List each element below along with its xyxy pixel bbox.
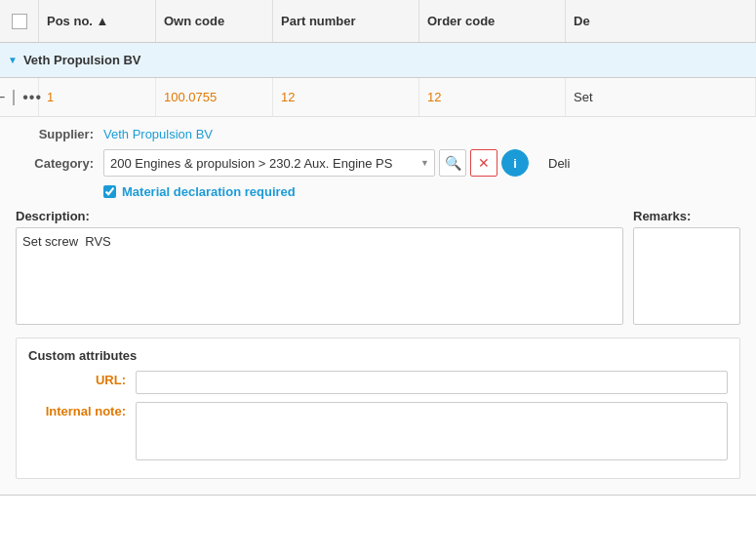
material-declaration-checkbox[interactable] (103, 185, 116, 198)
supplier-row: Supplier: Veth Propulsion BV (16, 127, 740, 141)
table-header: Pos no. ▲ Own code Part number Order cod… (0, 0, 756, 43)
supplier-label: Supplier: (16, 127, 94, 141)
row-pos: 1 (39, 78, 156, 116)
header-part: Part number (273, 0, 419, 42)
row-controls: − ••• (0, 78, 39, 116)
supplier-link[interactable]: Veth Propulsion BV (103, 127, 213, 141)
main-container: Pos no. ▲ Own code Part number Order cod… (0, 0, 756, 496)
description-section: Description: (16, 209, 623, 328)
header-checkbox[interactable] (12, 14, 27, 29)
detail-panel: Supplier: Veth Propulsion BV Category: 2… (0, 117, 756, 496)
remarks-title: Remarks: (633, 209, 740, 223)
row-set: Set (566, 78, 756, 116)
row-checkbox[interactable] (13, 90, 15, 105)
material-declaration-label[interactable]: Material declaration required (122, 184, 296, 199)
group-name: Veth Propulsion BV (23, 53, 141, 67)
collapse-icon[interactable]: ▼ (8, 55, 18, 65)
category-select[interactable]: 200 Engines & propulsion > 230.2 Aux. En… (103, 149, 435, 177)
remarks-section: Remarks: (633, 209, 740, 328)
category-info-button[interactable]: i (501, 149, 529, 177)
internal-note-textarea[interactable] (136, 402, 728, 460)
table-row: − ••• 1 100.0755 12 12 Set (0, 78, 756, 117)
internal-note-row: Internal note: (28, 402, 728, 460)
url-label: URL: (28, 371, 126, 387)
header-de: De (566, 0, 756, 42)
row-order: 12 (419, 78, 566, 116)
header-checkbox-col (0, 0, 39, 42)
category-select-wrapper: 200 Engines & propulsion > 230.2 Aux. En… (103, 149, 435, 177)
info-icon: i (513, 156, 517, 171)
category-clear-button[interactable]: ✕ (470, 149, 497, 177)
url-row: URL: (28, 371, 728, 394)
category-label: Category: (16, 156, 94, 171)
collapse-row-button[interactable]: − (0, 89, 9, 106)
remarks-textarea[interactable] (633, 227, 740, 325)
header-pos: Pos no. ▲ (39, 0, 156, 42)
custom-attributes-panel: Custom attributes URL: Internal note: (16, 338, 740, 479)
custom-attributes-title: Custom attributes (28, 348, 728, 363)
category-search-button[interactable]: 🔍 (439, 149, 466, 177)
search-icon: 🔍 (445, 155, 461, 171)
category-row: Category: 200 Engines & propulsion > 230… (16, 149, 740, 177)
description-textarea[interactable] (16, 227, 623, 325)
group-header: ▼ Veth Propulsion BV (0, 43, 756, 78)
internal-note-label: Internal note: (28, 402, 126, 418)
row-own: 100.0755 (156, 78, 273, 116)
header-order: Order code (419, 0, 566, 42)
desc-remarks-row: Description: Remarks: (16, 209, 740, 328)
material-declaration-row: Material declaration required (103, 184, 740, 199)
description-title: Description: (16, 209, 623, 223)
close-icon: ✕ (478, 155, 490, 171)
row-part: 12 (273, 78, 419, 116)
delivery-text: Deli (548, 156, 570, 171)
url-input[interactable] (136, 371, 728, 394)
header-own: Own code (156, 0, 273, 42)
